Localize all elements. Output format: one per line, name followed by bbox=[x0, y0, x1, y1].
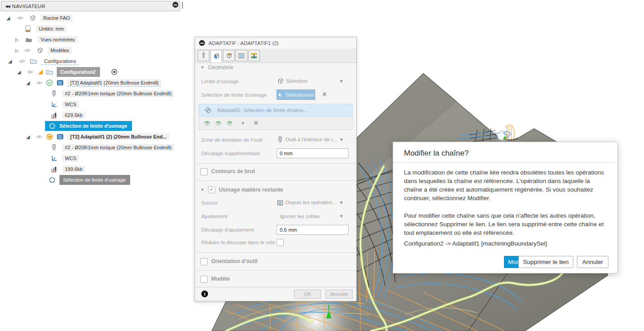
tab-geometry[interactable] bbox=[210, 50, 222, 63]
tree-item-label[interactable]: #2 - Ø20R1mm torique (20mm Bullnose Endm… bbox=[62, 144, 174, 151]
expand-icon[interactable]: ◢ bbox=[17, 69, 21, 75]
visibility-eye-icon[interactable] bbox=[36, 134, 42, 139]
visibility-eye-icon[interactable] bbox=[19, 59, 25, 63]
tree-item-label[interactable]: Configurations bbox=[41, 58, 79, 65]
minimize-dialog-icon[interactable] bbox=[199, 40, 205, 46]
stock-contours-header[interactable]: Contours de brut bbox=[211, 168, 255, 174]
tool-orientation-header[interactable]: Orientation d'outil bbox=[211, 258, 258, 264]
tree-item-label[interactable]: WCS bbox=[62, 155, 79, 162]
tree-row-tool[interactable]: #2 - Ø20R1mm torique (20mm Bullnose Endm… bbox=[0, 143, 185, 152]
tree-row-size[interactable]: 199.6kb bbox=[0, 164, 185, 174]
regenerate-pending-icon bbox=[46, 133, 53, 140]
visibility-eye-icon[interactable] bbox=[17, 16, 23, 20]
tree-row-modeles[interactable]: ▷ Modèles bbox=[0, 45, 185, 55]
tab-linking[interactable] bbox=[248, 50, 260, 61]
tree-item-label[interactable]: Modèles bbox=[48, 47, 72, 54]
tree-row-boundary-selection[interactable]: Sélection de limite d'usinage bbox=[0, 121, 185, 131]
divider bbox=[195, 163, 356, 164]
dialog-titlebar[interactable]: ADAPTATIF : ADAPTATIF1 (2) bbox=[195, 37, 356, 49]
model-header[interactable]: Modèle bbox=[211, 276, 230, 282]
select-edges-icon[interactable] bbox=[226, 120, 233, 126]
section-collapse-icon[interactable]: ▼ bbox=[200, 65, 204, 70]
chevron-down-icon[interactable]: ▼ bbox=[339, 79, 344, 84]
model-checkbox[interactable] bbox=[200, 276, 208, 283]
adjustment-offset-input[interactable] bbox=[277, 225, 349, 235]
clear-selection-icon[interactable]: ✕ bbox=[322, 91, 327, 98]
info-icon[interactable]: i bbox=[201, 291, 208, 297]
section-rest-machining[interactable]: ▼ ✓ Usinage matière restante bbox=[200, 186, 283, 193]
tool-orientation-checkbox[interactable] bbox=[200, 258, 208, 265]
select-bodies-icon[interactable] bbox=[204, 120, 211, 126]
collapse-panel-icon[interactable]: ◀◀ bbox=[5, 4, 9, 9]
additional-offset-input[interactable] bbox=[277, 148, 349, 158]
configuration2-label-box[interactable]: Configuration2 bbox=[57, 67, 100, 77]
tree-row-configuration2[interactable]: ◢ Configuration2 bbox=[0, 67, 185, 77]
tree-item-label[interactable]: #2 - Ø20R1mm torique (20mm Bullnose Endm… bbox=[62, 90, 174, 97]
boundary-polygon-icon bbox=[49, 176, 56, 183]
milling-tool-icon bbox=[50, 90, 58, 97]
section-collapse-icon[interactable]: ▼ bbox=[200, 188, 204, 192]
visibility-eye-icon[interactable] bbox=[36, 81, 42, 85]
tree-item-label[interactable]: [T2] Adaptatif1 (2) (20mm Bullnose End..… bbox=[68, 133, 169, 140]
configuration-folder-icon bbox=[46, 69, 53, 76]
tree-item-label[interactable]: Vues nommées bbox=[38, 36, 77, 43]
cancel-button[interactable]: Annuler bbox=[577, 256, 608, 268]
cursor-icon bbox=[277, 92, 283, 98]
chevron-down-icon[interactable]: ▼ bbox=[339, 214, 344, 219]
tab-passes[interactable] bbox=[236, 50, 247, 61]
collapse-arrow-icon[interactable]: ▷ bbox=[15, 37, 19, 42]
tree-item-label[interactable]: WCS bbox=[62, 101, 79, 108]
expand-icon[interactable]: ◢ bbox=[6, 15, 10, 21]
tree-row-size[interactable]: 629.5kb bbox=[0, 110, 185, 120]
reduce-air-checkbox[interactable] bbox=[277, 239, 284, 246]
tree-row-unites[interactable]: Unités: mm bbox=[0, 24, 185, 34]
chain-selection-item[interactable]: Adaptatif1: Sélection de limite d'usina.… bbox=[199, 104, 353, 116]
visibility-eye-icon[interactable] bbox=[27, 70, 33, 74]
tree-item-label[interactable]: Unités: mm bbox=[36, 25, 67, 32]
select-faces-icon[interactable] bbox=[215, 120, 222, 126]
chevron-down-icon[interactable]: ▼ bbox=[339, 137, 344, 142]
cancel-button[interactable]: Annuler bbox=[326, 290, 353, 299]
navigator-title: NAVIGATEUR bbox=[12, 4, 45, 9]
tree-item-label[interactable]: Racine FAO bbox=[41, 14, 73, 22]
collapse-arrow-icon[interactable]: ▷ bbox=[15, 48, 19, 53]
remove-panel-icon[interactable] bbox=[172, 2, 178, 8]
visibility-eye-icon[interactable] bbox=[24, 48, 31, 53]
tree-row-wcs[interactable]: WCS bbox=[0, 153, 185, 163]
tree-row-configurations[interactable]: ◢ Configurations bbox=[0, 56, 185, 66]
section-geometrie[interactable]: ▼ Géométrie bbox=[200, 64, 233, 71]
stock-contours-checkbox[interactable] bbox=[200, 168, 208, 175]
tab-tool[interactable] bbox=[198, 50, 209, 61]
expand-icon[interactable]: ◢ bbox=[8, 58, 12, 64]
active-configuration-radio-icon[interactable] bbox=[111, 68, 118, 76]
tree-row-adaptatif1-2[interactable]: ◢ [T2] Adaptatif1 (2) (20mm Bullnose End… bbox=[0, 132, 185, 142]
expand-icon[interactable]: ◢ bbox=[26, 134, 30, 140]
toolpath-operation-icon bbox=[57, 79, 64, 86]
tree-row-boundary-selection-2[interactable]: Sélection de limite d'usinage bbox=[0, 175, 185, 185]
tree-row-racine-fao[interactable]: ◢ Racine FAO bbox=[0, 13, 185, 23]
tree-item-label[interactable]: [T2] Adaptatif1 (20mm Bullnose Endmill) bbox=[68, 79, 161, 87]
expand-icon[interactable]: ◢ bbox=[26, 80, 30, 86]
clear-icon[interactable]: ✕ bbox=[254, 120, 259, 126]
tree-row-vues-nommees[interactable]: ▷ Vues nommées bbox=[0, 35, 185, 45]
reduce-air-label: Réduire la découpe dans le vide bbox=[201, 240, 275, 245]
chevron-down-icon[interactable]: ▼ bbox=[241, 121, 245, 125]
boundary-selection-highlighted[interactable]: Sélection de limite d'usinage bbox=[59, 175, 130, 185]
tree-row-wcs[interactable]: WCS bbox=[0, 99, 185, 109]
select-boundary-button[interactable]: Sélectionner bbox=[277, 89, 315, 100]
tab-heights[interactable] bbox=[223, 50, 235, 61]
panel-scrollbar[interactable] bbox=[182, 2, 183, 9]
rest-machining-checkbox[interactable]: ✓ bbox=[208, 186, 215, 193]
tree-item-label[interactable]: 629.5kb bbox=[62, 112, 85, 119]
remove-link-button[interactable]: Supprimer le lien bbox=[518, 256, 573, 268]
boundary-selection-selected[interactable]: Sélection de limite d'usinage bbox=[45, 121, 132, 131]
active-config-marker-icon bbox=[38, 70, 43, 75]
tree-row-adaptatif1[interactable]: ◢ [T2] Adaptatif1 (20mm Bullnose Endmill… bbox=[0, 78, 185, 88]
machining-boundary-dropdown[interactable]: Sélection bbox=[277, 78, 348, 84]
tool-containment-dropdown[interactable]: Outil à l'intérieur de la... bbox=[277, 136, 338, 143]
tree-item-label[interactable]: 199.6kb bbox=[62, 166, 85, 173]
tree-row-tool[interactable]: #2 - Ø20R1mm torique (20mm Bullnose Endm… bbox=[0, 89, 185, 98]
chevron-down-icon[interactable]: ▼ bbox=[339, 200, 344, 205]
ok-button[interactable]: OK bbox=[294, 290, 321, 299]
source-dropdown[interactable]: Depuis les opérations... bbox=[277, 199, 338, 206]
